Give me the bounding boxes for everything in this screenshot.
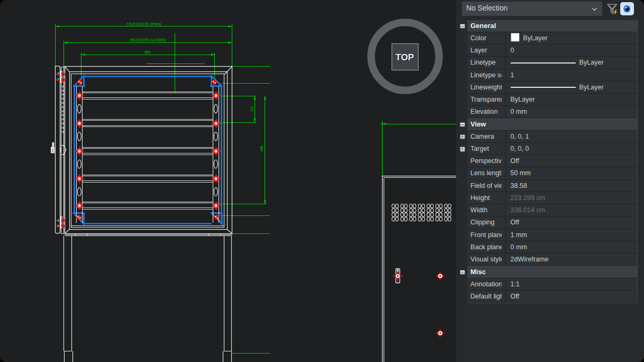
svg-text:739,5 (DOOR OPEN): 739,5 (DOOR OPEN) <box>126 22 161 26</box>
svg-text:764 (DOOR CLOSED): 764 (DOOR CLOSED) <box>130 38 166 42</box>
svg-text:114: 114 <box>250 106 253 112</box>
svg-text:TOP: TOP <box>396 52 414 62</box>
svg-text:456: 456 <box>260 146 264 151</box>
svg-text:560: 560 <box>144 50 151 54</box>
